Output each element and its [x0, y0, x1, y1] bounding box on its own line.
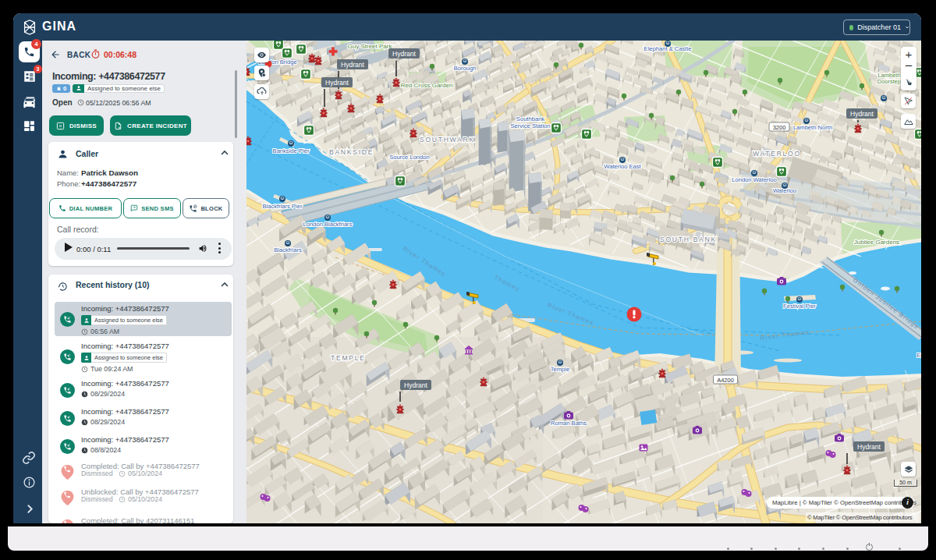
svg-text:Festival Pier: Festival Pier — [783, 303, 816, 310]
svg-text:Hydrant: Hydrant — [341, 61, 364, 69]
svg-text:Hydrant: Hydrant — [850, 110, 874, 118]
svg-text:SOUTHWARK: SOUTHWARK — [420, 136, 475, 144]
svg-text:Hydrant: Hydrant — [857, 443, 881, 451]
svg-text:London Blackfriars: London Blackfriars — [303, 221, 353, 228]
svg-text:Em: Em — [916, 352, 921, 359]
svg-text:WATERLOO: WATERLOO — [753, 150, 801, 158]
svg-text:3200: 3200 — [773, 124, 786, 131]
svg-text:Bankside Pier: Bankside Pier — [273, 147, 310, 154]
svg-text:SOUTH BANK: SOUTH BANK — [660, 236, 717, 243]
svg-text:London Waterloo: London Waterloo — [732, 176, 777, 183]
svg-text:Roman Baths: Roman Baths — [551, 420, 587, 427]
svg-text:Waterloo East: Waterloo East — [604, 163, 641, 170]
svg-text:Red Cross Garden: Red Cross Garden — [401, 82, 453, 89]
svg-text:A4200: A4200 — [717, 377, 734, 384]
svg-text:Hydrant: Hydrant — [392, 50, 416, 58]
svg-text:Lambeth North: Lambeth North — [793, 124, 832, 131]
svg-text:Hydrant: Hydrant — [325, 79, 349, 87]
svg-text:Borough: Borough — [454, 65, 477, 72]
svg-text:Temple: Temple — [551, 366, 569, 373]
svg-text:Hydrant: Hydrant — [404, 381, 427, 389]
svg-text:Doorstep: Doorstep — [878, 78, 901, 85]
svg-text:BANKSIDE: BANKSIDE — [329, 148, 374, 156]
svg-text:Blackfriars Pier: Blackfriars Pier — [262, 203, 303, 210]
svg-text:Service Station: Service Station — [510, 122, 550, 129]
svg-text:Guy Street Park: Guy Street Park — [348, 43, 393, 50]
svg-text:Jubilee Gardens: Jubilee Gardens — [854, 239, 899, 246]
svg-text:TEMPLE: TEMPLE — [331, 354, 366, 362]
svg-text:Source London: Source London — [389, 154, 430, 161]
svg-text:Blackfriars: Blackfriars — [274, 246, 302, 253]
svg-text:Southbank: Southbank — [516, 115, 545, 122]
